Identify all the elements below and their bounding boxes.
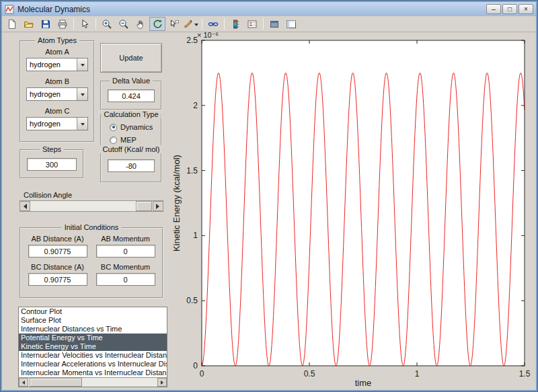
ab-momentum-label: AB Momentum [94, 235, 157, 243]
atom-b-row: Atom Bhydrogen [21, 77, 93, 101]
slider-left-arrow-button[interactable] [20, 201, 30, 211]
list-item[interactable]: Potential Energy vs Time [19, 334, 167, 342]
plot-canvas[interactable]: 00.511.500.511.522.5 × 10⁻⁶ Kinetic Ener… [170, 32, 536, 390]
edit-plot-icon [79, 19, 90, 30]
maximize-button[interactable]: □ [502, 4, 517, 14]
mep-radio[interactable]: MEP [110, 136, 161, 144]
right-arrow-icon [156, 204, 162, 209]
slider-right-arrow-button[interactable] [153, 201, 163, 211]
y-tick-label: 1.5 [186, 166, 198, 175]
close-button[interactable]: × [518, 4, 533, 14]
list-item[interactable]: Kinetic Energy vs Time [19, 342, 167, 351]
calculation-type-title: Calculation Type [101, 110, 161, 118]
list-item[interactable]: Internuclear Distances vs Time [19, 325, 167, 334]
atom-a-dropdown-button[interactable] [77, 58, 87, 71]
toolbar-separator [202, 18, 202, 30]
radio-icon [110, 136, 117, 144]
atom-c-row: Atom Chydrogen [21, 107, 93, 130]
chevron-down-icon [81, 64, 85, 69]
bc-distance-a-input[interactable] [28, 273, 87, 286]
bc-momentum-label: BC Momentum [94, 263, 157, 271]
new-figure-icon [7, 19, 17, 30]
brush-icon [184, 19, 193, 30]
print-figure-button[interactable] [54, 17, 71, 31]
atom-b-dropdown-button[interactable] [77, 88, 87, 100]
hscroll-right-button[interactable] [157, 378, 167, 387]
atom-c-dropdown[interactable]: hydrogen [26, 117, 88, 130]
print-figure-icon [57, 19, 68, 30]
list-item[interactable]: Internuclear Velocities vs Internuclear … [19, 351, 167, 360]
collision-angle-slider[interactable] [20, 200, 163, 212]
brush-button[interactable] [183, 17, 199, 31]
list-item[interactable]: Internuclear Accelerations vs Internucle… [19, 360, 167, 368]
chevron-down-icon [81, 123, 85, 128]
minimize-button[interactable]: – [486, 4, 501, 14]
brush-dropdown-caret[interactable] [194, 24, 198, 28]
figure-client-area: Atom Types Atom AhydrogenAtom BhydrogenA… [2, 32, 536, 390]
zoom-out-button[interactable] [116, 17, 132, 31]
y-tick-label: 0 [193, 361, 198, 370]
atom-rows: Atom AhydrogenAtom BhydrogenAtom Chydrog… [21, 42, 93, 130]
ab-distance-a-input[interactable] [28, 245, 87, 258]
atom-a-label: Atom A [21, 48, 93, 56]
slider-thumb[interactable] [136, 201, 152, 211]
link-plot-button[interactable] [205, 17, 221, 31]
ab-momentum-input[interactable] [96, 245, 155, 258]
collision-angle-label: Collision Angle [24, 191, 72, 199]
open-file-icon [24, 19, 34, 30]
open-file-button[interactable] [21, 17, 37, 31]
insert-legend-button[interactable] [244, 17, 260, 31]
atom-c-label: Atom C [21, 107, 93, 115]
axes-background[interactable] [202, 40, 525, 366]
pan-button[interactable] [132, 17, 149, 31]
insert-colorbar-icon [230, 19, 241, 30]
rotate-3d-icon [152, 19, 163, 30]
hscroll-thumb[interactable] [30, 378, 82, 387]
atom-types-title: Atom Types [35, 36, 79, 44]
atom-types-panel: Atom Types Atom AhydrogenAtom BhydrogenA… [20, 40, 95, 143]
data-cursor-button[interactable] [166, 17, 182, 31]
delta-value-panel: Delta Value [100, 81, 162, 110]
init-grid: AB Distance (A)AB MomentumBC Distance (A… [21, 229, 162, 286]
zoom-in-icon [102, 19, 112, 30]
list-item[interactable]: Contour Plot [19, 307, 167, 316]
cutoff-panel: Cutoff (Kcal/ mol) [100, 149, 162, 183]
bc-distance-a-label: BC Distance (A) [26, 263, 89, 271]
save-figure-button[interactable] [38, 17, 54, 31]
update-button[interactable]: Update [100, 43, 162, 73]
list-item[interactable]: Surface Plot [19, 316, 167, 325]
hscroll-left-button[interactable] [19, 378, 28, 387]
radio-icon [110, 124, 117, 131]
window-controls: –□× [486, 4, 533, 14]
atom-b-dropdown[interactable]: hydrogen [26, 87, 88, 101]
x-axis-label: time [355, 378, 372, 388]
new-figure-button[interactable] [4, 17, 20, 31]
plot-type-list-items: Contour PlotSurface PlotInternuclear Dis… [19, 307, 167, 377]
toolbar-separator [73, 18, 74, 30]
atom-a-dropdown[interactable]: hydrogen [26, 58, 88, 71]
plot-type-listbox[interactable]: Contour PlotSurface PlotInternuclear Dis… [18, 307, 167, 387]
rotate-3d-button[interactable] [149, 17, 165, 31]
listbox-horizontal-scrollbar[interactable] [19, 377, 167, 387]
insert-colorbar-button[interactable] [227, 17, 243, 31]
steps-input[interactable] [27, 158, 77, 171]
bc-momentum-input[interactable] [96, 273, 155, 286]
hide-plot-tools-button[interactable] [266, 17, 282, 31]
ab-momentum-cell: AB Momentum [94, 235, 157, 258]
atom-b-label: Atom B [21, 77, 93, 85]
app-window: Molecular Dynamics –□× Atom Types Atom A… [0, 0, 538, 392]
dynamics-radio[interactable]: Dynamics [110, 123, 161, 131]
show-plot-tools-button[interactable] [283, 17, 299, 31]
cutoff-input[interactable] [108, 159, 155, 172]
window-title: Molecular Dynamics [17, 5, 90, 14]
bc-distance-a-cell: BC Distance (A) [26, 263, 89, 286]
hide-plot-tools-icon [269, 19, 280, 30]
title-bar[interactable]: Molecular Dynamics –□× [2, 2, 536, 16]
calc-type-options: DynamicsMEP [102, 116, 161, 144]
zoom-in-button[interactable] [99, 17, 115, 31]
y-tick-label: 0.5 [186, 296, 198, 305]
delta-value-input[interactable] [108, 89, 155, 102]
list-item[interactable]: Internuclear Momenta vs Internuclear Dis… [19, 368, 167, 377]
edit-plot-button[interactable] [77, 17, 93, 31]
atom-c-dropdown-button[interactable] [77, 118, 87, 130]
